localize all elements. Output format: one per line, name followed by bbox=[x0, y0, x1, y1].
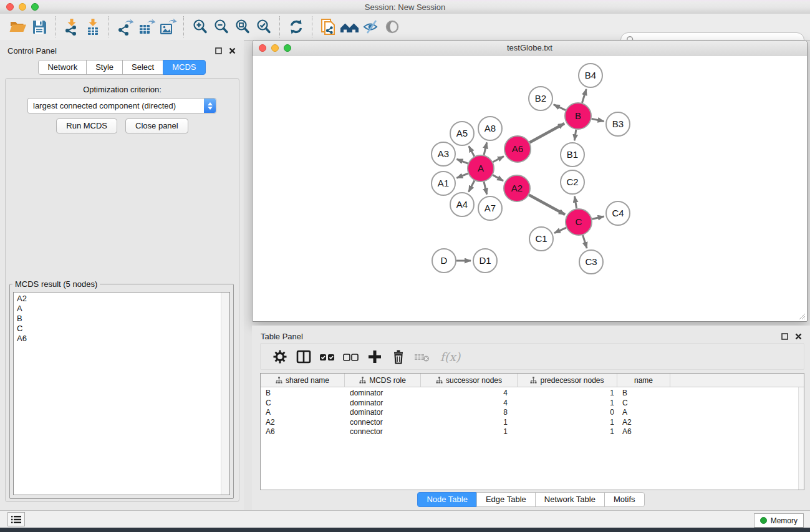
graph-node-B[interactable]: B bbox=[565, 103, 591, 129]
table-row[interactable]: Cdominator41C bbox=[261, 399, 804, 409]
table-row[interactable]: Bdominator41B bbox=[261, 389, 804, 399]
close-panel-button[interactable] bbox=[226, 46, 238, 56]
mcds-result-item[interactable]: A2 bbox=[14, 294, 221, 304]
export-image-button[interactable] bbox=[157, 17, 178, 37]
memory-button[interactable]: Memory bbox=[754, 513, 804, 528]
criterion-dropdown[interactable]: largest connected component (directed) bbox=[27, 98, 216, 114]
edge-A-A7[interactable] bbox=[484, 181, 487, 194]
graph-node-A8[interactable]: A8 bbox=[478, 117, 502, 140]
graph-node-A6[interactable]: A6 bbox=[504, 136, 531, 162]
graph-node-C2[interactable]: C2 bbox=[561, 170, 584, 194]
refresh-view-button[interactable] bbox=[286, 17, 307, 37]
edge-A-A4[interactable] bbox=[469, 181, 475, 192]
column-header-predecessor-nodes[interactable]: predecessor nodes bbox=[518, 374, 617, 387]
home-layouts-button[interactable] bbox=[339, 17, 360, 37]
create-column-button[interactable] bbox=[363, 347, 387, 367]
delete-table-button[interactable] bbox=[410, 347, 434, 367]
export-table-button[interactable] bbox=[136, 17, 157, 37]
minimize-window-button[interactable] bbox=[19, 3, 26, 11]
hide-graphics-details-button[interactable] bbox=[360, 17, 382, 37]
edge-A6-B[interactable] bbox=[529, 123, 564, 142]
edge-C-C2[interactable] bbox=[575, 196, 577, 209]
run-mcds-button[interactable]: Run MCDS bbox=[56, 118, 117, 133]
zoom-selected-button[interactable] bbox=[253, 17, 274, 37]
tab-motifs[interactable]: Motifs bbox=[604, 492, 645, 507]
graph-node-A3[interactable]: A3 bbox=[432, 142, 455, 166]
graph-node-B1[interactable]: B1 bbox=[561, 143, 584, 167]
network-zoom-button[interactable] bbox=[284, 44, 291, 52]
edge-A-A6[interactable] bbox=[493, 157, 503, 162]
function-builder-button[interactable]: f(x) bbox=[434, 347, 466, 367]
graph-node-A[interactable]: A bbox=[468, 155, 494, 181]
graph-node-D1[interactable]: D1 bbox=[473, 249, 497, 273]
graph-node-C1[interactable]: C1 bbox=[529, 227, 553, 251]
edge-A-A8[interactable] bbox=[484, 142, 487, 155]
edge-B-B2[interactable] bbox=[554, 105, 566, 110]
graph-node-A5[interactable]: A5 bbox=[450, 122, 474, 145]
tab-network[interactable]: Network bbox=[38, 60, 87, 75]
edge-A-A3[interactable] bbox=[456, 159, 468, 163]
tab-select[interactable]: Select bbox=[122, 60, 163, 75]
mcds-result-item[interactable]: B bbox=[14, 314, 221, 324]
graph-node-A7[interactable]: A7 bbox=[478, 196, 502, 220]
tab-node-table[interactable]: Node Table bbox=[417, 492, 477, 507]
network-canvas[interactable]: B4B2BB3A8A5A6A3B1AC2A1A2A4A7C4CC1C3DD1 bbox=[253, 55, 807, 321]
edge-A-A1[interactable] bbox=[456, 173, 468, 178]
edge-C-C4[interactable] bbox=[592, 216, 604, 219]
tab-network-table[interactable]: Network Table bbox=[535, 492, 605, 507]
table-row[interactable]: Adominator80A bbox=[261, 408, 804, 418]
edge-C-C1[interactable] bbox=[554, 228, 566, 233]
zoom-out-button[interactable] bbox=[211, 17, 232, 37]
save-session-button[interactable] bbox=[29, 17, 50, 37]
close-panel-action-button[interactable]: Close panel bbox=[125, 118, 188, 133]
tab-edge-table[interactable]: Edge Table bbox=[476, 492, 536, 507]
zoom-in-button[interactable] bbox=[190, 17, 211, 37]
network-minimize-button[interactable] bbox=[271, 44, 279, 52]
table-float-button[interactable] bbox=[779, 331, 790, 341]
list-scrollbar[interactable] bbox=[221, 293, 229, 495]
table-scrollbar[interactable] bbox=[798, 387, 804, 490]
table-row[interactable]: A2connector11A2 bbox=[261, 418, 804, 428]
edge-B-B1[interactable] bbox=[574, 130, 576, 140]
tab-style[interactable]: Style bbox=[86, 60, 123, 75]
column-header-successor-nodes[interactable]: successor nodes bbox=[421, 374, 518, 387]
network-close-button[interactable] bbox=[259, 44, 266, 52]
mcds-result-item[interactable]: A6 bbox=[14, 334, 221, 344]
tab-mcds[interactable]: MCDS bbox=[163, 60, 205, 75]
import-table-button[interactable] bbox=[82, 17, 104, 37]
delete-columns-button[interactable] bbox=[387, 347, 410, 367]
table-row[interactable]: A6connector11A6 bbox=[261, 427, 804, 437]
table-options-button[interactable] bbox=[268, 347, 292, 367]
show-graphics-details-button[interactable] bbox=[382, 17, 403, 37]
float-panel-button[interactable] bbox=[213, 46, 224, 56]
graph-node-C4[interactable]: C4 bbox=[606, 201, 630, 225]
show-column-button[interactable] bbox=[292, 347, 316, 367]
import-network-button[interactable] bbox=[61, 17, 82, 37]
graph-node-B3[interactable]: B3 bbox=[606, 112, 630, 136]
edge-A-A5[interactable] bbox=[469, 146, 475, 156]
graph-node-A2[interactable]: A2 bbox=[504, 175, 530, 201]
graph-node-B2[interactable]: B2 bbox=[529, 87, 552, 110]
table-close-button[interactable] bbox=[793, 331, 804, 341]
graph-node-D[interactable]: D bbox=[432, 249, 456, 273]
network-overview-button[interactable] bbox=[318, 17, 339, 37]
graph-node-A4[interactable]: A4 bbox=[450, 193, 474, 216]
edge-A-A2[interactable] bbox=[493, 175, 503, 181]
graph-node-C[interactable]: C bbox=[566, 209, 592, 235]
edge-B-B3[interactable] bbox=[592, 118, 604, 121]
edge-C-C3[interactable] bbox=[583, 235, 587, 248]
window-resize-grip[interactable] bbox=[798, 312, 806, 320]
zoom-window-button[interactable] bbox=[31, 3, 39, 11]
column-header-name[interactable]: name bbox=[617, 374, 670, 387]
select-all-button[interactable] bbox=[316, 347, 339, 367]
edge-A2-C[interactable] bbox=[529, 195, 565, 215]
graph-node-C3[interactable]: C3 bbox=[579, 250, 603, 274]
open-file-button[interactable] bbox=[7, 17, 29, 37]
column-header-mcds-role[interactable]: MCDS role bbox=[345, 374, 421, 387]
deselect-all-button[interactable] bbox=[339, 347, 363, 367]
edge-B-B4[interactable] bbox=[582, 89, 586, 103]
mcds-result-item[interactable]: A bbox=[14, 304, 221, 314]
graph-node-A1[interactable]: A1 bbox=[432, 172, 455, 195]
graph-node-B4[interactable]: B4 bbox=[579, 64, 602, 87]
close-window-button[interactable] bbox=[6, 3, 14, 11]
